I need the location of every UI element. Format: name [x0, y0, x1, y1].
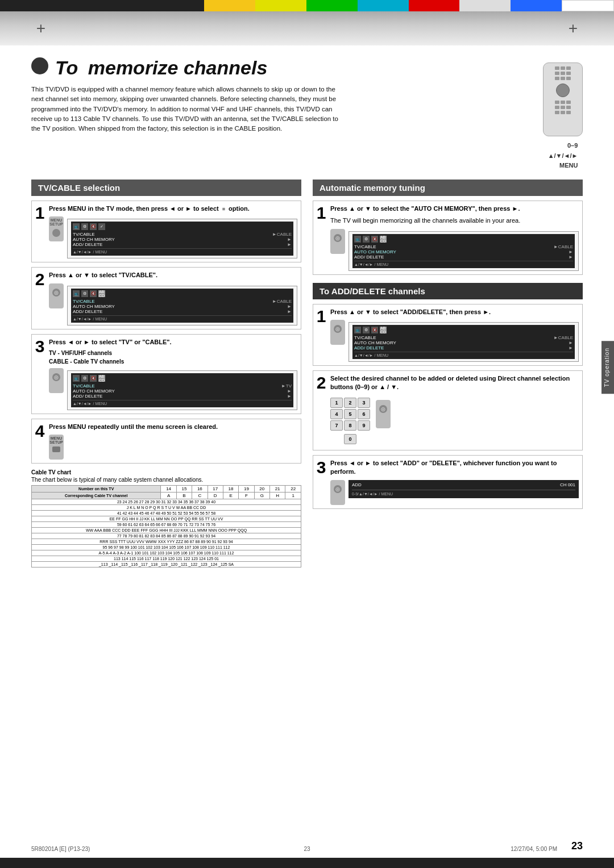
mini-remote-add3: ◎ [330, 480, 345, 505]
numpad-8: 8 [344, 420, 356, 431]
auto-step-1: 1 Press ▲ or ▼ to select the "AUTO CH ME… [313, 201, 583, 275]
ch-label: CH 001 [560, 482, 575, 487]
numpad-2: 2 [344, 398, 356, 408]
left-step-2: 2 Press ▲ or ▼ to select "TV/CABLE". ◎ 📺 [31, 267, 301, 329]
numpad-zero-row: 0 [330, 434, 579, 444]
step-num: 2 [317, 374, 326, 391]
remote-image [543, 62, 583, 136]
step-num: 2 [35, 271, 45, 288]
step4-text: Press MENU repeatedly until the menu scr… [49, 423, 297, 431]
numpad-5: 5 [344, 409, 356, 419]
footer-left: 5R80201A [E] (P13-23) [31, 846, 90, 852]
step-num: 4 [35, 423, 45, 440]
numpad-3: 3 [358, 398, 370, 408]
footer-center: 23 [304, 846, 310, 852]
step1-text: Press MENU in the TV mode, then press ◄ … [49, 205, 297, 213]
step3-text: Press ◄ or ► to select "TV" or "CABLE". [49, 338, 297, 347]
intro-text: This TV/DVD is equipped with a channel m… [31, 85, 344, 133]
add-step-2: 2 Select the desired channel to be added… [313, 370, 583, 450]
remote-label-09: 0–9 [548, 141, 578, 151]
bottom-bar [0, 858, 614, 868]
left-step-3: 3 Press ◄ or ► to select "TV" or "CABLE"… [31, 334, 301, 414]
add-step-3: 3 Press ◄ or ► to select "ADD" or "DELET… [313, 455, 583, 509]
auto-step1-text: Press ▲ or ▼ to select the "AUTO CH MEMO… [330, 205, 579, 213]
mini-remote-3: ◎ [49, 368, 64, 393]
add-step2-text: Select the desired channel to be added o… [330, 374, 579, 392]
step-num: 3 [35, 338, 45, 355]
right-tab: TV operation [601, 341, 614, 394]
mini-remote-1: MENUSETUP [49, 216, 64, 241]
numpad-0: 0 [344, 434, 356, 444]
left-step-4: 4 Press MENU repeatedly until the menu s… [31, 419, 301, 464]
page-number: 23 [571, 840, 583, 852]
add-step3-text: Press ◄ or ► to select "ADD" or "DELETE"… [330, 459, 579, 477]
cable-chart: Cable TV chart The chart below is typica… [31, 469, 301, 567]
mini-remote-auto1: ◎ [330, 229, 345, 254]
add-delete-header: To ADD/DELETE channels [313, 283, 583, 299]
mini-remote-2: ◎ [49, 283, 64, 308]
menu-screen-3: 📺 ⚙ 🔇 ABCD TV/CABLE►TV AUTO CH MEMORY► A… [67, 370, 297, 410]
tv-cable-header: TV/CABLE selection [31, 180, 301, 196]
top-color-bar [0, 0, 614, 11]
mini-remote-add1: ◎ [330, 320, 345, 345]
step-num: 1 [317, 308, 326, 325]
cable-chart-desc: The chart below is typical of many cable… [31, 477, 301, 483]
left-step-1: 1 Press MENU in the TV mode, then press … [31, 201, 301, 262]
add-bottom-label: 0-9/▲/▼/◄/► / MENU [352, 490, 575, 496]
step3-sub1: TV - VHF/UHF channels [49, 350, 297, 356]
title-main: memorize channels [88, 57, 268, 79]
menu-screen-1: 📺 ⚙ 🔇 ✓ TV/CABLE►CABLE AUTO CH MEMORY► A… [67, 219, 297, 258]
crosshair-right [566, 22, 580, 35]
numpad-1: 1 [330, 398, 343, 408]
numpad-6: 6 [358, 409, 370, 419]
cable-chart-title: Cable TV chart [31, 469, 301, 475]
crosshair-left [34, 22, 48, 35]
step3-sub2: CABLE - Cable TV channels [49, 358, 297, 365]
step2-text: Press ▲ or ▼ to select "TV/CABLE". [49, 271, 297, 279]
numpad: 1 2 3 4 5 6 7 8 9 [330, 398, 370, 431]
title-bullet [31, 57, 48, 74]
step-num: 3 [317, 459, 326, 476]
mini-remote-add2: ◎ [376, 400, 391, 428]
step-num: 1 [35, 205, 45, 222]
numpad-7: 7 [330, 420, 343, 431]
cable-table: Number on this TV 141516171819202122 Cor… [31, 485, 301, 567]
numpad-4: 4 [330, 409, 343, 419]
remote-label-arrows: ▲/▼/◄/► [548, 151, 578, 161]
add-label: ADD [352, 482, 362, 487]
numpad-9: 9 [358, 420, 370, 431]
title-section: To memorize channels This TV/DVD is equi… [31, 57, 583, 171]
add-step1-text: Press ▲ or ▼ to select "ADD/DELETE", the… [330, 308, 579, 316]
add-delete-screen: ADD CH 001 0-9/▲/▼/◄/► / MENU [349, 480, 579, 498]
step-num: 1 [317, 205, 326, 222]
auto-menu-screen: 📺 ⚙ 🔇 ABCD TV/CABLE►CABLE AUTO CH MEMORY… [349, 231, 579, 271]
auto-header: Automatic memory tuning [313, 180, 583, 196]
footer-right: 12/27/04, 5:00 PM [511, 846, 557, 852]
title-prefix: To [55, 57, 78, 79]
mini-remote-4: MENUSETUP [49, 435, 64, 460]
top-stripe [0, 11, 614, 45]
remote-label-menu: MENU [548, 161, 578, 171]
right-column: Automatic memory tuning 1 Press ▲ or ▼ t… [313, 180, 583, 568]
left-column: TV/CABLE selection 1 Press MENU in the T… [31, 180, 301, 568]
remote-area: 0–9 ▲/▼/◄/► MENU [543, 62, 583, 171]
auto-step1-desc: The TV will begin memorizing all the cha… [330, 216, 579, 225]
add-menu-screen: 📺 ⚙ 🔇 ABCD TV/CABLE►CABLE AUTO CH MEMORY… [349, 322, 579, 362]
add-step-1: 1 Press ▲ or ▼ to select "ADD/DELETE", t… [313, 304, 583, 366]
page-title: To memorize channels [31, 57, 532, 79]
menu-screen-2: 📺 ⚙ 🔇 ABCD TV/CABLE►CABLE AUTO CH MEMORY… [67, 286, 297, 326]
